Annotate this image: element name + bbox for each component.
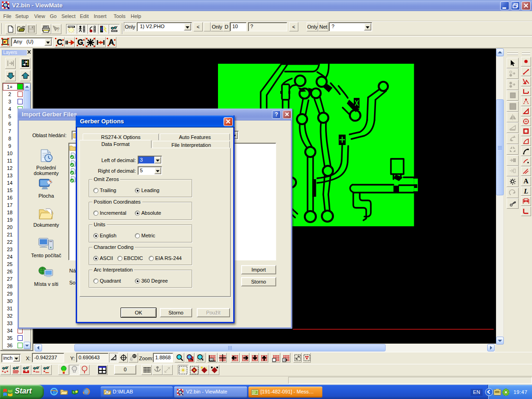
- svg-text:L: L: [523, 187, 528, 195]
- svg-text:G: G: [77, 38, 83, 46]
- svg-text:s: s: [206, 366, 207, 369]
- svg-text:A: A: [524, 177, 529, 185]
- svg-text:?: ?: [56, 26, 60, 33]
- svg-text:A: A: [109, 38, 114, 46]
- svg-text:e: e: [53, 389, 56, 395]
- svg-text:C: C: [57, 38, 62, 46]
